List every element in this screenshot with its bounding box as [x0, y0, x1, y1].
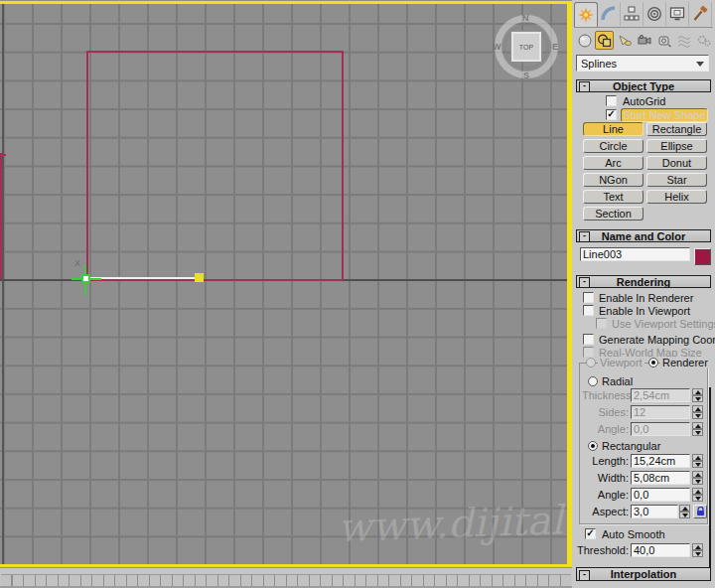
create-categories [575, 31, 713, 51]
star-button[interactable]: Star [646, 173, 707, 187]
radial-radio[interactable] [588, 376, 598, 386]
chevron-down-icon [696, 62, 704, 67]
spinner-down-icon [692, 429, 703, 436]
category-systems[interactable] [694, 31, 713, 50]
rectangle-button[interactable]: Rectangle [646, 122, 707, 136]
donut-button[interactable]: Donut [646, 156, 707, 170]
tab-display[interactable] [666, 2, 689, 26]
viewcube[interactable]: N S W E TOP [495, 15, 558, 78]
collapse-icon[interactable]: - [579, 570, 590, 581]
spinner-down-icon[interactable] [692, 550, 703, 557]
viewcube-top-face[interactable]: TOP [511, 32, 541, 62]
length-spinner[interactable] [692, 454, 703, 468]
aspect-lock-button[interactable] [693, 505, 707, 518]
spinner-down-icon[interactable] [692, 495, 703, 502]
rollout-rendering[interactable]: - Rendering [576, 275, 711, 288]
spinner-up-icon[interactable] [679, 505, 690, 512]
category-lights[interactable] [615, 31, 634, 50]
sides-input [631, 405, 690, 419]
line-button[interactable]: Line [583, 122, 644, 136]
threshold-spinner[interactable] [692, 543, 703, 557]
line-start-vertex[interactable] [81, 274, 90, 283]
section-button[interactable]: Section [583, 207, 644, 220]
start-new-shape-checkbox[interactable]: ✓ [606, 109, 617, 120]
rectangle-spline[interactable] [86, 51, 344, 281]
shape-category-dropdown[interactable]: Splines [576, 55, 709, 72]
auto-smooth-checkbox[interactable]: ✓ [585, 528, 596, 539]
offscreen-spline-edge [0, 153, 2, 279]
spinner-up-icon[interactable] [692, 454, 703, 461]
tab-create[interactable] [574, 2, 598, 27]
spinner-down-icon[interactable] [679, 512, 690, 518]
check-icon: ✓ [586, 527, 594, 538]
line-spline-segment[interactable] [86, 277, 198, 279]
line-end-vertex[interactable] [195, 273, 204, 282]
helpers-icon [657, 34, 671, 48]
ellipse-button[interactable]: Ellipse [646, 139, 707, 153]
active-viewport-border-top [0, 1, 572, 4]
generate-mapping-coords-checkbox[interactable] [583, 334, 594, 345]
tab-modify[interactable] [598, 2, 621, 26]
spacewarps-icon [677, 34, 691, 48]
width-spinner[interactable] [692, 471, 703, 485]
enable-in-viewport-checkbox[interactable] [583, 305, 594, 316]
compass-east-label: E [552, 42, 558, 52]
circle-button[interactable]: Circle [583, 139, 644, 153]
rollout-title: Interpolation [611, 568, 677, 580]
length-input[interactable] [631, 454, 690, 468]
start-new-shape-button[interactable]: Start New Shape [621, 108, 708, 122]
angle2-input[interactable] [631, 488, 690, 502]
aspect-spinner[interactable] [679, 505, 690, 518]
collapse-icon[interactable]: - [579, 81, 590, 92]
spinner-up-icon[interactable] [692, 471, 703, 478]
category-geometry[interactable] [575, 31, 594, 50]
thickness-spinner [692, 388, 703, 402]
category-spacewarps[interactable] [674, 31, 693, 50]
active-viewport-border-bottom [0, 564, 572, 567]
enable-in-renderer-checkbox[interactable] [583, 292, 594, 303]
command-panel-tabs [574, 2, 713, 28]
text-button[interactable]: Text [583, 190, 644, 204]
arc-button[interactable]: Arc [583, 156, 644, 170]
ngon-button[interactable]: NGon [583, 173, 644, 187]
top-viewport[interactable]: X N S W E TOP www.dijitalde [0, 0, 572, 568]
tab-hierarchy[interactable] [621, 2, 644, 26]
hierarchy-icon [624, 6, 640, 22]
spinner-up-icon[interactable] [692, 488, 703, 495]
rollout-object-type[interactable]: - Object Type [576, 79, 711, 92]
panel-scrollbar[interactable] [709, 387, 711, 568]
rollout-interpolation[interactable]: - Interpolation [576, 567, 711, 581]
tab-motion[interactable] [644, 2, 666, 26]
spinner-up-icon [692, 422, 703, 429]
renderer-radio[interactable] [648, 358, 658, 368]
object-name-input[interactable] [580, 247, 690, 261]
rectangular-radio[interactable] [588, 441, 598, 451]
rollout-name-color[interactable]: - Name and Color [576, 229, 711, 242]
spinner-up-icon[interactable] [692, 543, 703, 550]
collapse-icon[interactable]: - [579, 231, 590, 242]
spinner-down-icon[interactable] [692, 478, 703, 485]
angle2-spinner[interactable] [692, 488, 703, 502]
threshold-input[interactable] [631, 543, 690, 557]
real-world-map-size-checkbox [583, 347, 594, 358]
systems-icon [697, 34, 711, 48]
category-shapes[interactable] [595, 31, 614, 50]
tab-utilities[interactable] [689, 2, 712, 26]
watermark-text: www.dijitalde [337, 495, 572, 550]
helix-button[interactable]: Helix [646, 190, 707, 204]
category-helpers[interactable] [654, 31, 673, 50]
category-cameras[interactable] [635, 31, 653, 50]
utilities-icon [692, 6, 708, 22]
axis-x-label: X [74, 258, 80, 268]
spinner-down-icon[interactable] [692, 461, 703, 468]
object-color-swatch[interactable] [694, 248, 711, 265]
collapse-icon[interactable]: - [579, 277, 590, 288]
autogrid-checkbox[interactable] [606, 95, 617, 106]
aspect-input[interactable] [631, 505, 678, 518]
width-input[interactable] [631, 471, 690, 485]
track-bar[interactable] [0, 568, 572, 588]
rollout-title: Rendering [617, 276, 670, 288]
sides-label: Sides: [582, 406, 629, 418]
compass-west-label: W [493, 42, 501, 52]
angle-spinner [692, 422, 703, 436]
